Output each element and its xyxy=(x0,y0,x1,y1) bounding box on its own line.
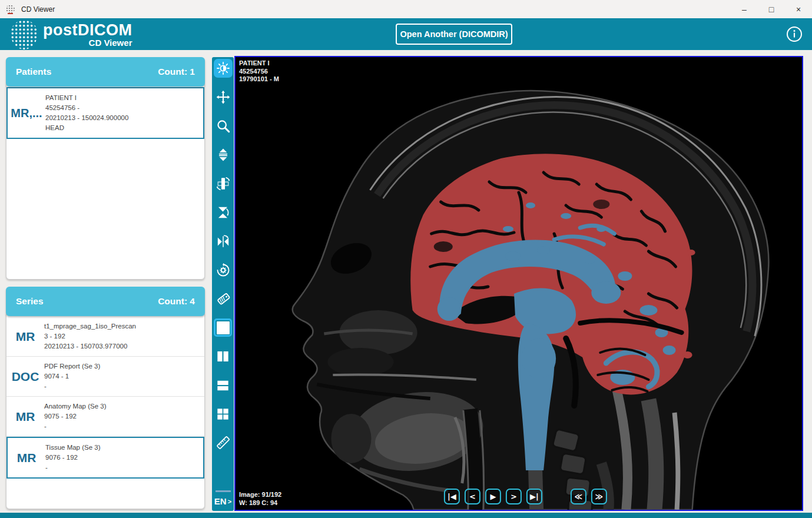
window-footer-strip xyxy=(0,513,812,518)
mri-sagittal-tissue-map-image xyxy=(236,57,802,510)
series-description: PDF Report (Se 3) xyxy=(44,361,100,371)
pan-move-icon xyxy=(216,89,231,105)
tag-annotations-tool[interactable] xyxy=(214,290,233,308)
sidebar: Patients Count: 1 MR,... PATIENT I 45254… xyxy=(6,57,205,516)
series-datetime: - xyxy=(44,381,100,391)
cine-navigation-bar: |◀ < ▶ > ▶| ≪ ≫ xyxy=(442,489,609,504)
layout-two-columns-tool[interactable] xyxy=(214,347,233,366)
layout-single-tool[interactable] xyxy=(214,318,232,337)
patients-panel: Patients Count: 1 MR,... PATIENT I 45254… xyxy=(6,57,205,280)
brightness-contrast-icon xyxy=(216,61,230,75)
patient-modality-label: MR,... xyxy=(8,92,45,134)
series-description: t1_mprage_sag_1iso_Prescan xyxy=(44,321,136,331)
titlebar: CD Viewer – □ × xyxy=(0,0,812,18)
pan-tool[interactable] xyxy=(214,88,233,107)
patient-id: 45254756 - xyxy=(45,103,128,113)
previous-image-button[interactable]: < xyxy=(465,489,480,504)
brightness-contrast-tool[interactable] xyxy=(214,59,233,78)
zoom-tool[interactable] xyxy=(214,117,233,135)
rotate-tool[interactable] xyxy=(214,174,233,193)
series-description: Anatomy Map (Se 3) xyxy=(44,401,106,411)
layout-grid-tool[interactable] xyxy=(214,404,233,423)
flip-horizontal-icon xyxy=(216,234,231,249)
language-divider xyxy=(216,490,231,492)
overlay-patient-id: 45254756 xyxy=(239,68,279,76)
rotate-icon xyxy=(216,176,231,191)
layout-single-icon xyxy=(217,321,230,334)
series-datetime: - xyxy=(44,421,106,431)
stack-scroll-tool[interactable] xyxy=(214,145,233,164)
dotted-globe-logo-icon xyxy=(11,20,38,49)
minimize-button[interactable]: – xyxy=(731,0,758,18)
info-button[interactable] xyxy=(786,26,803,42)
patients-count: Count: 1 xyxy=(158,67,195,77)
ruler-icon xyxy=(216,435,231,450)
series-description: Tissue Map (Se 3) xyxy=(45,443,101,453)
series-panel: Series Count: 4 MR t1_mprage_sag_1iso_Pr… xyxy=(6,287,205,509)
fast-rewind-button[interactable]: ≪ xyxy=(571,489,586,504)
window-controls: – □ × xyxy=(731,0,812,18)
layout-two-rows-tool[interactable] xyxy=(214,376,233,394)
series-datetime: - xyxy=(45,463,101,473)
overlay-image-index: Image: 91/192 xyxy=(239,491,281,499)
brand-name: postDICOM xyxy=(43,22,132,38)
app-header: postDICOM CD Viewer Open Another (DICOMD… xyxy=(0,18,812,50)
series-list-item[interactable]: MR t1_mprage_sag_1iso_Prescan 3 - 192 20… xyxy=(6,317,204,357)
series-number-count: 3 - 192 xyxy=(44,331,136,341)
series-number-count: 9074 - 1 xyxy=(44,371,100,381)
patient-info-overlay: PATIENT I 45254756 19790101 - M xyxy=(239,59,279,84)
language-selector[interactable]: EN > xyxy=(214,496,231,506)
app-logo-icon xyxy=(6,5,15,14)
image-info-overlay: Image: 91/192 W: 189 C: 94 xyxy=(239,491,281,507)
patients-panel-header: Patients Count: 1 xyxy=(6,57,205,87)
patient-body-part: HEAD xyxy=(45,123,128,133)
info-icon xyxy=(786,26,803,42)
window-title: CD Viewer xyxy=(21,5,55,14)
series-datetime: 20210213 - 150703.977000 xyxy=(44,341,136,351)
layout-two-columns-icon xyxy=(216,349,230,364)
dicom-viewport[interactable]: PATIENT I 45254756 19790101 - M Image: 9… xyxy=(234,56,803,511)
series-list-item[interactable]: DOC PDF Report (Se 3) 9074 - 1 - xyxy=(6,357,204,397)
patients-list: MR,... PATIENT I 45254756 - 20210213 - 1… xyxy=(6,84,205,280)
patient-name: PATIENT I xyxy=(45,93,128,103)
brand-logo: postDICOM CD Viewer xyxy=(11,20,132,49)
overlay-birthdate-sex: 19790101 - M xyxy=(239,75,279,84)
overlay-window-center: W: 189 C: 94 xyxy=(239,499,281,507)
app-window: CD Viewer – □ × postDICOM CD Viewer Open… xyxy=(0,0,812,518)
magnifier-icon xyxy=(216,118,231,134)
series-modality-label: MR xyxy=(6,320,44,353)
maximize-button[interactable]: □ xyxy=(758,0,785,18)
stack-scroll-icon xyxy=(216,148,230,162)
flip-horizontal-tool[interactable] xyxy=(214,232,233,251)
open-another-dicomdir-button[interactable]: Open Another (DICOMDIR) xyxy=(396,24,512,45)
overlay-patient-name: PATIENT I xyxy=(239,59,279,68)
layout-grid-icon xyxy=(216,407,230,421)
flip-vertical-tool[interactable] xyxy=(214,203,233,222)
ruler-tool[interactable] xyxy=(214,433,233,452)
series-list-item[interactable]: MR Anatomy Map (Se 3) 9075 - 192 - xyxy=(6,397,204,437)
series-list-item-selected[interactable]: MR Tissue Map (Se 3) 9076 - 192 - xyxy=(6,437,204,479)
first-image-button[interactable]: |◀ xyxy=(444,489,460,504)
tag-icon xyxy=(216,291,231,307)
brand-text: postDICOM CD Viewer xyxy=(43,22,132,48)
series-number-count: 9076 - 192 xyxy=(45,453,101,463)
flip-vertical-icon xyxy=(216,205,231,220)
fast-forward-button[interactable]: ≫ xyxy=(591,489,607,504)
series-number-count: 9075 - 192 xyxy=(44,411,106,421)
close-button[interactable]: × xyxy=(785,0,812,18)
last-image-button[interactable]: ▶| xyxy=(526,489,542,504)
series-modality-label: MR xyxy=(8,441,45,474)
reset-tool[interactable] xyxy=(214,261,233,280)
patients-title: Patients xyxy=(16,67,51,77)
series-title: Series xyxy=(16,296,44,307)
series-count: Count: 4 xyxy=(158,296,195,307)
language-arrow-icon: > xyxy=(228,498,231,505)
reset-gear-icon xyxy=(216,263,231,278)
next-image-button[interactable]: > xyxy=(506,489,522,504)
series-modality-label: MR xyxy=(6,400,44,433)
play-cine-button[interactable]: ▶ xyxy=(485,489,501,504)
layout-two-rows-icon xyxy=(216,378,230,393)
patient-study-datetime: 20210213 - 150024.900000 xyxy=(45,113,128,123)
tool-palette: EN > xyxy=(212,57,234,511)
patient-list-item[interactable]: MR,... PATIENT I 45254756 - 20210213 - 1… xyxy=(6,87,204,139)
